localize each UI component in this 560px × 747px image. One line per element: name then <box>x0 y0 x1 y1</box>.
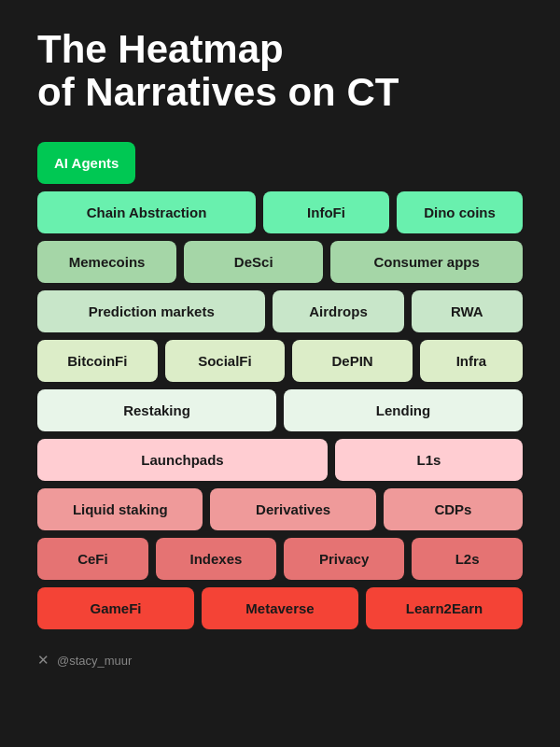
tag-depin: DePIN <box>292 340 413 382</box>
heatmap: AI AgentsChain AbstractionInfoFiDino coi… <box>37 142 523 629</box>
tag-l2s: L2s <box>412 538 523 580</box>
x-logo-icon: ✕ <box>37 652 49 669</box>
tag-ai-agents: AI Agents <box>37 142 135 184</box>
heatmap-row-8: CeFiIndexesPrivacyL2s <box>37 538 523 580</box>
twitter-handle: @stacy_muur <box>57 654 132 668</box>
tag-privacy: Privacy <box>284 538 404 580</box>
tag-cefi: CeFi <box>37 538 148 580</box>
page-title: The Heatmap of Narratives on CT <box>37 28 523 114</box>
tag-derivatives: Derivatives <box>210 488 375 530</box>
tag-prediction-markets: Prediction markets <box>37 290 265 332</box>
tag-chain-abstraction: Chain Abstraction <box>37 191 256 233</box>
heatmap-row-4: BitcoinFiSocialFiDePINInfra <box>37 340 523 382</box>
tag-infofi: InfoFi <box>263 191 389 233</box>
tag-memecoins: Memecoins <box>37 241 176 283</box>
heatmap-row-2: MemecoinsDeSciConsumer apps <box>37 241 523 283</box>
heatmap-row-0: AI Agents <box>37 142 523 184</box>
tag-lending: Lending <box>284 389 523 431</box>
tag-rwa: RWA <box>412 290 523 332</box>
tag-indexes: Indexes <box>156 538 276 580</box>
footer: ✕ @stacy_muur <box>37 652 523 669</box>
tag-socialfi: SocialFi <box>165 340 286 382</box>
heatmap-row-3: Prediction marketsAirdropsRWA <box>37 290 523 332</box>
tag-airdrops: Airdrops <box>273 290 403 332</box>
tag-l1s: L1s <box>335 439 523 481</box>
tag-cdps: CDPs <box>384 488 523 530</box>
tag-liquid-staking: Liquid staking <box>37 488 203 530</box>
heatmap-row-5: RestakingLending <box>37 389 523 431</box>
tag-launchpads: Launchpads <box>37 439 328 481</box>
tag-bitcoinfi: BitcoinFi <box>37 340 158 382</box>
tag-learn2earn: Learn2Earn <box>366 587 523 629</box>
tag-desci: DeSci <box>184 241 323 283</box>
heatmap-row-6: LaunchpadsL1s <box>37 439 523 481</box>
heatmap-row-9: GameFiMetaverseLearn2Earn <box>37 587 523 629</box>
heatmap-row-1: Chain AbstractionInfoFiDino coins <box>37 191 523 233</box>
tag-infra: Infra <box>420 340 523 382</box>
tag-dino-coins: Dino coins <box>397 191 523 233</box>
tag-metaverse: Metaverse <box>202 587 358 629</box>
tag-consumer-apps: Consumer apps <box>330 241 523 283</box>
tag-gamefi: GameFi <box>37 587 194 629</box>
heatmap-row-7: Liquid stakingDerivativesCDPs <box>37 488 523 530</box>
tag-restaking: Restaking <box>37 389 276 431</box>
